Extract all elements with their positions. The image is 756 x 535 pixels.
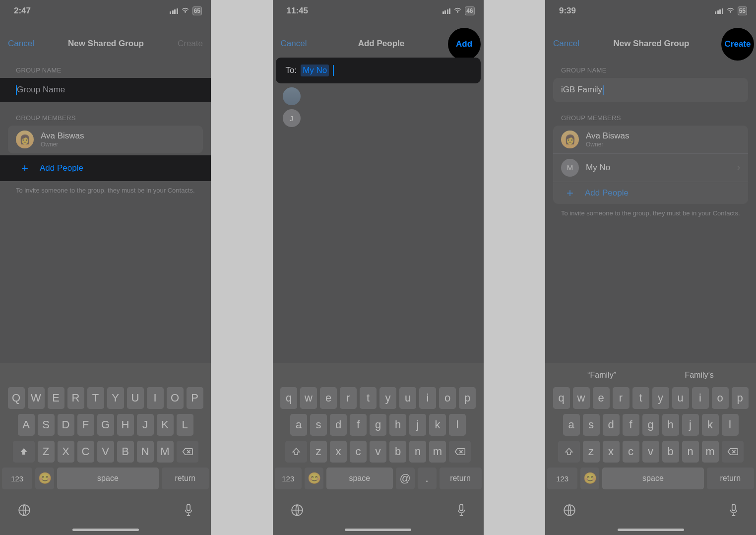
- key-a[interactable]: a: [290, 414, 307, 436]
- key-j[interactable]: J: [137, 414, 154, 436]
- key-e[interactable]: e: [593, 387, 610, 409]
- key-h[interactable]: H: [117, 414, 134, 436]
- return-key[interactable]: return: [440, 468, 482, 489]
- key-h[interactable]: h: [389, 414, 406, 436]
- shift-key[interactable]: [558, 441, 580, 463]
- key-o[interactable]: o: [712, 387, 729, 409]
- space-key[interactable]: space: [57, 468, 158, 489]
- key-e[interactable]: e: [320, 387, 337, 409]
- key-r[interactable]: r: [340, 387, 357, 409]
- group-name-input[interactable]: Group Name: [0, 78, 211, 102]
- key-w[interactable]: w: [300, 387, 317, 409]
- key-s[interactable]: s: [583, 414, 600, 436]
- key-j[interactable]: j: [682, 414, 699, 436]
- key-u[interactable]: u: [672, 387, 689, 409]
- key-z[interactable]: z: [310, 441, 327, 463]
- key-i[interactable]: i: [692, 387, 709, 409]
- suggestion-2[interactable]: Family’s: [685, 371, 713, 380]
- key-f[interactable]: f: [623, 414, 639, 436]
- numeric-key[interactable]: 123: [275, 468, 302, 489]
- key-v[interactable]: v: [642, 441, 659, 463]
- key-h[interactable]: h: [662, 414, 679, 436]
- add-people-button[interactable]: + Add People: [0, 155, 211, 181]
- key-f[interactable]: f: [350, 414, 367, 436]
- key-o[interactable]: o: [439, 387, 456, 409]
- globe-icon[interactable]: [291, 504, 304, 519]
- emoji-key[interactable]: 😊: [35, 468, 54, 489]
- key-g[interactable]: g: [370, 414, 386, 436]
- key-x[interactable]: X: [58, 441, 74, 463]
- key-n[interactable]: n: [682, 441, 699, 463]
- keyboard[interactable]: q w e r t y u i o p a s d f g h j k l z …: [273, 363, 484, 535]
- key-b[interactable]: b: [662, 441, 679, 463]
- key-t[interactable]: t: [360, 387, 377, 409]
- dot-key[interactable]: .: [418, 468, 437, 489]
- key-y[interactable]: y: [379, 387, 396, 409]
- contact-avatar-photo[interactable]: [283, 87, 301, 105]
- key-y[interactable]: y: [652, 387, 669, 409]
- cancel-button[interactable]: Cancel: [553, 39, 579, 49]
- key-k[interactable]: k: [429, 414, 446, 436]
- key-c[interactable]: C: [77, 441, 94, 463]
- create-button-highlight[interactable]: Create: [721, 28, 754, 61]
- suggestion-1[interactable]: “Family”: [587, 371, 616, 380]
- key-l[interactable]: l: [449, 414, 466, 436]
- key-a[interactable]: a: [563, 414, 580, 436]
- shift-key[interactable]: [285, 441, 307, 463]
- key-b[interactable]: B: [117, 441, 134, 463]
- mic-icon[interactable]: [184, 504, 193, 519]
- key-o[interactable]: O: [167, 387, 184, 409]
- key-f[interactable]: F: [77, 414, 94, 436]
- key-d[interactable]: d: [330, 414, 347, 436]
- recipient-token[interactable]: My No: [301, 65, 329, 76]
- key-n[interactable]: n: [409, 441, 426, 463]
- key-w[interactable]: w: [573, 387, 590, 409]
- key-g[interactable]: g: [642, 414, 659, 436]
- numeric-key[interactable]: 123: [2, 468, 32, 489]
- space-key[interactable]: space: [602, 468, 703, 489]
- key-i[interactable]: i: [419, 387, 436, 409]
- key-s[interactable]: s: [310, 414, 327, 436]
- key-c[interactable]: c: [350, 441, 367, 463]
- return-key[interactable]: return: [162, 468, 209, 489]
- cancel-button[interactable]: Cancel: [281, 39, 307, 49]
- key-k[interactable]: k: [702, 414, 719, 436]
- globe-icon[interactable]: [563, 504, 576, 519]
- key-l[interactable]: L: [177, 414, 193, 436]
- emoji-key[interactable]: 😊: [580, 468, 599, 489]
- key-s[interactable]: S: [38, 414, 55, 436]
- mic-icon[interactable]: [729, 504, 738, 519]
- backspace-key[interactable]: [722, 441, 744, 463]
- key-x[interactable]: x: [603, 441, 620, 463]
- key-w[interactable]: W: [28, 387, 45, 409]
- key-z[interactable]: z: [583, 441, 600, 463]
- key-r[interactable]: R: [67, 387, 84, 409]
- key-b[interactable]: b: [389, 441, 406, 463]
- return-key[interactable]: return: [707, 468, 754, 489]
- member-row[interactable]: M My No ›: [553, 154, 748, 182]
- shift-key[interactable]: [13, 441, 35, 463]
- key-p[interactable]: P: [187, 387, 203, 409]
- key-j[interactable]: j: [409, 414, 426, 436]
- key-d[interactable]: D: [58, 414, 74, 436]
- key-q[interactable]: q: [553, 387, 570, 409]
- key-v[interactable]: V: [97, 441, 114, 463]
- key-t[interactable]: T: [87, 387, 104, 409]
- key-c[interactable]: c: [623, 441, 639, 463]
- cancel-button[interactable]: Cancel: [8, 39, 34, 49]
- at-key[interactable]: @: [396, 468, 415, 489]
- numeric-key[interactable]: 123: [547, 468, 577, 489]
- add-people-button[interactable]: + Add People: [553, 182, 748, 204]
- key-l[interactable]: l: [722, 414, 739, 436]
- key-y[interactable]: Y: [107, 387, 124, 409]
- group-name-input[interactable]: iGB Family: [553, 78, 748, 102]
- keyboard[interactable]: “Family” Family’s q w e r t y u i o p a …: [545, 363, 756, 535]
- keyboard[interactable]: Q W E R T Y U I O P A S D F G H J K L Z …: [0, 363, 211, 535]
- key-t[interactable]: t: [632, 387, 649, 409]
- key-x[interactable]: x: [330, 441, 347, 463]
- key-n[interactable]: N: [137, 441, 154, 463]
- mic-icon[interactable]: [457, 504, 466, 519]
- key-m[interactable]: m: [702, 441, 719, 463]
- key-v[interactable]: v: [370, 441, 386, 463]
- emoji-key[interactable]: 😊: [305, 468, 323, 489]
